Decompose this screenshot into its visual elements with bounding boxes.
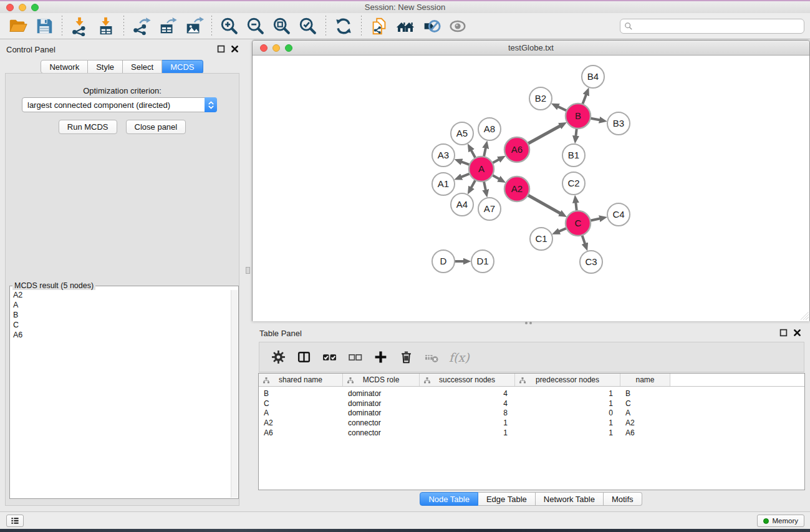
network-canvas[interactable]: B4B2BB3A8A5A6A3B1AA1C2A2A4A7C4CC1C3DD1 — [253, 56, 809, 321]
column-header-name[interactable]: name — [620, 374, 670, 386]
column-header-predecessor-nodes[interactable]: predecessor nodes — [515, 374, 620, 386]
table-cell[interactable]: A2 — [620, 418, 670, 427]
memory-button[interactable]: Memory — [757, 515, 804, 527]
search-input[interactable] — [633, 20, 804, 32]
close-window-button[interactable] — [6, 4, 14, 11]
clone-network-icon[interactable] — [369, 16, 390, 37]
table-row[interactable]: A2connector11A2 — [259, 418, 804, 428]
hide-labels-icon[interactable] — [421, 16, 442, 37]
tab-mcds[interactable]: MCDS — [162, 60, 203, 74]
deselect-all-columns-icon[interactable] — [347, 349, 363, 365]
vertical-split-gripper[interactable] — [246, 267, 250, 274]
node-B[interactable]: B — [566, 104, 591, 128]
float-panel-icon[interactable] — [217, 45, 225, 53]
node-D[interactable]: D — [432, 250, 455, 273]
table-cell[interactable]: A6 — [620, 428, 670, 437]
mcds-result-item[interactable]: A2 — [13, 290, 231, 300]
node-D1[interactable]: D1 — [471, 250, 494, 273]
tab-motifs[interactable]: Motifs — [604, 492, 642, 506]
node-A8[interactable]: A8 — [478, 118, 501, 140]
table-cell[interactable]: 8 — [420, 409, 515, 417]
tab-select[interactable]: Select — [123, 60, 162, 74]
home-icon[interactable] — [395, 16, 416, 37]
column-header-shared-name[interactable]: shared name — [259, 374, 343, 386]
table-cell[interactable]: 1 — [420, 418, 515, 427]
table-cell[interactable]: 1 — [515, 389, 620, 398]
save-session-icon[interactable] — [34, 16, 55, 37]
node-C2[interactable]: C2 — [562, 172, 585, 195]
node-B2[interactable]: B2 — [529, 87, 552, 110]
node-A2[interactable]: A2 — [504, 177, 529, 201]
close-table-panel-icon[interactable] — [793, 329, 801, 337]
mcds-result-list[interactable]: A2ABCA6 — [11, 290, 231, 498]
table-cell[interactable]: C — [259, 399, 343, 408]
node-C[interactable]: C — [566, 211, 591, 236]
table-cell[interactable]: 1 — [515, 399, 620, 408]
network-close-button[interactable] — [260, 44, 268, 52]
node-B3[interactable]: B3 — [607, 112, 630, 135]
minimize-window-button[interactable] — [19, 4, 26, 11]
table-row[interactable]: Cdominator41C — [259, 399, 804, 409]
close-panel-button[interactable]: Close panel — [126, 120, 186, 134]
table-cell[interactable]: 1 — [515, 418, 620, 427]
mcds-result-scrollbar[interactable] — [231, 290, 238, 498]
mcds-result-item[interactable]: A — [13, 300, 231, 310]
network-window-titlebar[interactable]: testGlobe.txt — [253, 41, 809, 56]
table-cell[interactable]: 1 — [515, 428, 620, 437]
refresh-icon[interactable] — [333, 16, 354, 37]
mcds-result-item[interactable]: B — [13, 310, 231, 320]
mcds-result-item[interactable]: A6 — [13, 330, 231, 340]
table-cell[interactable]: A2 — [259, 418, 343, 427]
table-cell[interactable]: 0 — [515, 409, 620, 417]
table-cell[interactable]: 4 — [420, 389, 515, 398]
tab-node-table[interactable]: Node Table — [420, 492, 478, 506]
network-minimize-button[interactable] — [272, 44, 280, 52]
node-C4[interactable]: C4 — [607, 203, 630, 226]
node-C3[interactable]: C3 — [580, 251, 602, 273]
node-A4[interactable]: A4 — [451, 193, 473, 216]
delete-columns-icon[interactable] — [398, 349, 414, 365]
table-options-icon[interactable] — [270, 349, 286, 365]
zoom-window-button[interactable] — [31, 4, 39, 11]
table-cell[interactable]: B — [259, 389, 343, 398]
close-panel-icon[interactable] — [231, 45, 239, 53]
export-table-icon[interactable] — [157, 16, 178, 37]
column-header-MCDS-role[interactable]: MCDS role — [343, 374, 420, 386]
import-network-icon[interactable] — [69, 16, 90, 37]
open-session-icon[interactable] — [7, 16, 29, 37]
table-cell[interactable]: dominator — [343, 399, 420, 408]
run-mcds-button[interactable]: Run MCDS — [59, 120, 117, 134]
table-cell[interactable]: A — [620, 409, 670, 417]
criterion-dropdown[interactable]: largest connected component (directed) — [22, 97, 217, 112]
select-all-columns-icon[interactable] — [321, 349, 337, 365]
table-cell[interactable]: 4 — [420, 399, 515, 408]
node-A6[interactable]: A6 — [504, 137, 529, 162]
show-eye-icon[interactable] — [447, 16, 468, 37]
table-cell[interactable]: 1 — [420, 428, 515, 437]
show-columns-icon[interactable] — [296, 349, 312, 365]
export-network-icon[interactable] — [131, 16, 152, 37]
export-image-icon[interactable] — [183, 16, 205, 37]
tab-edge-table[interactable]: Edge Table — [478, 492, 536, 506]
node-A5[interactable]: A5 — [451, 122, 473, 145]
table-cell[interactable]: A6 — [259, 428, 343, 437]
table-body[interactable]: Bdominator41BCdominator41CAdominator80AA… — [259, 387, 804, 438]
equation-builder-button[interactable]: f(x) — [449, 351, 470, 364]
table-row[interactable]: Adominator80A — [259, 409, 804, 418]
task-history-button[interactable] — [6, 515, 24, 527]
node-B1[interactable]: B1 — [562, 144, 585, 167]
search-field[interactable] — [620, 19, 804, 34]
node-table[interactable]: shared nameMCDS rolesuccessor nodesprede… — [258, 373, 805, 490]
mcds-result-item[interactable]: C — [13, 320, 231, 330]
node-A[interactable]: A — [469, 157, 494, 181]
resize-handle-icon[interactable] — [801, 312, 809, 320]
network-zoom-button[interactable] — [285, 44, 292, 52]
table-cell[interactable]: dominator — [343, 389, 420, 398]
table-cell[interactable]: dominator — [343, 409, 420, 417]
create-column-icon[interactable] — [372, 349, 388, 365]
node-C1[interactable]: C1 — [530, 228, 552, 250]
node-A1[interactable]: A1 — [432, 173, 455, 195]
table-row[interactable]: A6connector11A6 — [259, 428, 804, 438]
tab-network-table[interactable]: Network Table — [536, 492, 604, 506]
node-A7[interactable]: A7 — [478, 198, 501, 220]
